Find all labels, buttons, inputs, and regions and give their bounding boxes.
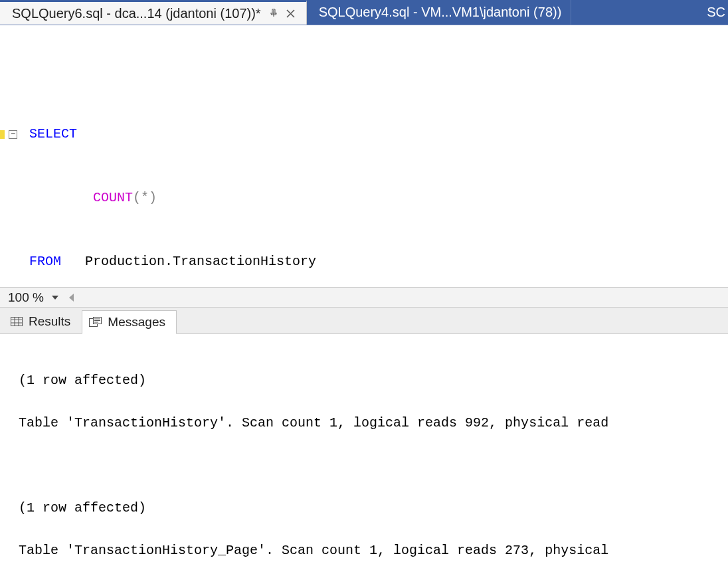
from-table: Production.TransactionHistory: [85, 254, 316, 269]
zoom-combo[interactable]: 100 %: [5, 290, 61, 305]
hscroll-left-icon[interactable]: [69, 294, 74, 302]
output-tabstrip: Results Messages: [0, 308, 728, 334]
count-args: (*): [133, 190, 157, 205]
msg-line: (1 row affected): [19, 498, 728, 519]
kw-select: SELECT: [29, 126, 77, 142]
tab-results[interactable]: Results: [3, 310, 82, 333]
sql-editor[interactable]: − SELECT COUNT(*) FROM Production.Transa…: [0, 25, 728, 288]
svg-rect-0: [11, 318, 23, 326]
msg-blank: [19, 455, 728, 476]
messages-icon: [89, 317, 102, 328]
tab-title: SQLQuery6.sql - dca...14 (jdantoni (107)…: [12, 6, 261, 21]
msg-line: Table 'TransactionHistory'. Scan count 1…: [19, 413, 728, 434]
grid-icon: [10, 317, 23, 326]
tab-overflow: SC: [571, 0, 728, 25]
close-icon[interactable]: [285, 7, 297, 19]
pin-icon[interactable]: [268, 7, 280, 19]
zoom-value: 100 %: [8, 290, 44, 305]
msg-line: (1 row affected): [19, 370, 728, 391]
tab-overflow-hint: SC: [707, 5, 725, 20]
tab-sqlquery4[interactable]: SQLQuery4.sql - VM...VM1\jdantoni (78)): [307, 0, 572, 25]
messages-output[interactable]: (1 row affected) Table 'TransactionHisto…: [0, 334, 728, 565]
fold-toggle-icon[interactable]: −: [9, 130, 17, 139]
kw-from: FROM: [29, 254, 61, 269]
document-tabstrip: SQLQuery6.sql - dca...14 (jdantoni (107)…: [0, 0, 728, 25]
msg-line: Table 'TransactionHistory_Page'. Scan co…: [19, 540, 728, 561]
tab-label: Messages: [108, 315, 165, 330]
tab-messages[interactable]: Messages: [82, 310, 177, 334]
editor-zoom-bar: 100 %: [0, 288, 728, 308]
chevron-down-icon: [52, 296, 58, 300]
code-area[interactable]: − SELECT COUNT(*) FROM Production.Transa…: [0, 25, 728, 287]
tab-label: Results: [29, 314, 70, 329]
tab-title: SQLQuery4.sql - VM...VM1\jdantoni (78)): [319, 5, 562, 20]
tab-sqlquery6[interactable]: SQLQuery6.sql - dca...14 (jdantoni (107)…: [0, 0, 307, 25]
fn-count: COUNT: [93, 190, 133, 205]
